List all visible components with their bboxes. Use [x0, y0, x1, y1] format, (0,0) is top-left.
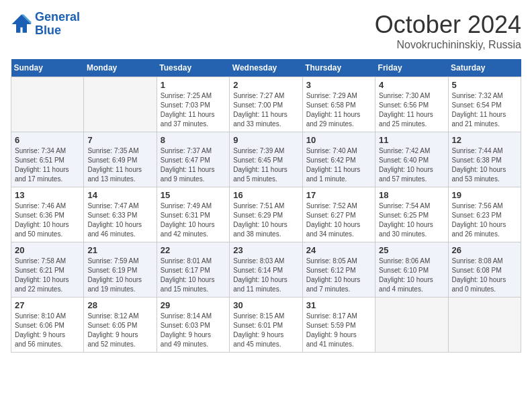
weekday-header: Sunday — [11, 59, 84, 77]
day-detail: Sunrise: 7:37 AM Sunset: 6:47 PM Dayligh… — [161, 146, 226, 184]
day-detail: Sunrise: 7:47 AM Sunset: 6:33 PM Dayligh… — [87, 201, 152, 239]
day-detail: Sunrise: 8:17 AM Sunset: 5:59 PM Dayligh… — [306, 312, 371, 349]
calendar-cell: 13Sunrise: 7:46 AM Sunset: 6:36 PM Dayli… — [11, 187, 84, 242]
calendar-cell: 25Sunrise: 8:06 AM Sunset: 6:10 PM Dayli… — [375, 242, 448, 298]
calendar-table: SundayMondayTuesdayWednesdayThursdayFrid… — [11, 59, 521, 353]
day-detail: Sunrise: 7:34 AM Sunset: 6:51 PM Dayligh… — [15, 146, 80, 184]
day-number: 16 — [233, 190, 298, 200]
day-number: 24 — [306, 245, 371, 255]
calendar-cell: 1Sunrise: 7:25 AM Sunset: 7:03 PM Daylig… — [157, 77, 229, 132]
day-number: 3 — [306, 80, 371, 90]
calendar-week-row: 20Sunrise: 7:58 AM Sunset: 6:21 PM Dayli… — [11, 242, 521, 298]
calendar-cell: 4Sunrise: 7:30 AM Sunset: 6:56 PM Daylig… — [375, 77, 448, 132]
day-detail: Sunrise: 7:54 AM Sunset: 6:25 PM Dayligh… — [379, 201, 444, 239]
weekday-header-row: SundayMondayTuesdayWednesdayThursdayFrid… — [11, 59, 521, 77]
day-detail: Sunrise: 8:03 AM Sunset: 6:14 PM Dayligh… — [233, 257, 298, 294]
calendar-cell — [448, 298, 521, 353]
day-detail: Sunrise: 7:40 AM Sunset: 6:42 PM Dayligh… — [306, 146, 371, 184]
day-detail: Sunrise: 8:12 AM Sunset: 6:05 PM Dayligh… — [87, 312, 152, 349]
day-number: 30 — [233, 300, 298, 310]
calendar-week-row: 13Sunrise: 7:46 AM Sunset: 6:36 PM Dayli… — [11, 187, 521, 242]
day-detail: Sunrise: 7:32 AM Sunset: 6:54 PM Dayligh… — [452, 91, 517, 129]
day-detail: Sunrise: 7:44 AM Sunset: 6:38 PM Dayligh… — [452, 146, 517, 184]
calendar-cell — [11, 77, 84, 132]
calendar-cell: 10Sunrise: 7:40 AM Sunset: 6:42 PM Dayli… — [302, 132, 375, 187]
day-number: 23 — [233, 245, 298, 255]
weekday-header: Thursday — [302, 59, 375, 77]
calendar-cell: 7Sunrise: 7:35 AM Sunset: 6:49 PM Daylig… — [84, 132, 157, 187]
day-number: 5 — [452, 80, 517, 90]
day-detail: Sunrise: 7:42 AM Sunset: 6:40 PM Dayligh… — [379, 146, 444, 184]
weekday-header: Wednesday — [230, 59, 302, 77]
day-number: 1 — [161, 80, 226, 90]
day-number: 14 — [87, 190, 152, 200]
day-number: 21 — [87, 245, 152, 255]
calendar-cell: 17Sunrise: 7:52 AM Sunset: 6:27 PM Dayli… — [302, 187, 375, 242]
day-number: 12 — [452, 135, 517, 145]
calendar-cell: 28Sunrise: 8:12 AM Sunset: 6:05 PM Dayli… — [84, 298, 157, 353]
calendar-cell: 3Sunrise: 7:29 AM Sunset: 6:58 PM Daylig… — [302, 77, 375, 132]
day-number: 4 — [379, 80, 444, 90]
weekday-header: Tuesday — [157, 59, 229, 77]
day-number: 25 — [379, 245, 444, 255]
calendar-cell: 19Sunrise: 7:56 AM Sunset: 6:23 PM Dayli… — [448, 187, 521, 242]
day-detail: Sunrise: 7:30 AM Sunset: 6:56 PM Dayligh… — [379, 91, 444, 129]
calendar-cell: 15Sunrise: 7:49 AM Sunset: 6:31 PM Dayli… — [157, 187, 229, 242]
calendar-cell: 21Sunrise: 7:59 AM Sunset: 6:19 PM Dayli… — [84, 242, 157, 298]
day-detail: Sunrise: 7:49 AM Sunset: 6:31 PM Dayligh… — [161, 201, 226, 239]
logo-text-blue: Blue — [35, 24, 80, 38]
calendar-week-row: 6Sunrise: 7:34 AM Sunset: 6:51 PM Daylig… — [11, 132, 521, 187]
day-number: 2 — [233, 80, 298, 90]
calendar-cell: 9Sunrise: 7:39 AM Sunset: 6:45 PM Daylig… — [230, 132, 302, 187]
calendar-cell: 30Sunrise: 8:15 AM Sunset: 6:01 PM Dayli… — [230, 298, 302, 353]
day-detail: Sunrise: 7:35 AM Sunset: 6:49 PM Dayligh… — [87, 146, 152, 184]
day-number: 17 — [306, 190, 371, 200]
calendar-cell: 31Sunrise: 8:17 AM Sunset: 5:59 PM Dayli… — [302, 298, 375, 353]
calendar-cell: 27Sunrise: 8:10 AM Sunset: 6:06 PM Dayli… — [11, 298, 84, 353]
day-detail: Sunrise: 8:08 AM Sunset: 6:08 PM Dayligh… — [452, 257, 517, 294]
day-number: 10 — [306, 135, 371, 145]
calendar-cell — [84, 77, 157, 132]
calendar-cell: 8Sunrise: 7:37 AM Sunset: 6:47 PM Daylig… — [157, 132, 229, 187]
day-number: 13 — [15, 190, 80, 200]
calendar-cell — [375, 298, 448, 353]
calendar-cell: 11Sunrise: 7:42 AM Sunset: 6:40 PM Dayli… — [375, 132, 448, 187]
day-number: 29 — [161, 300, 226, 310]
calendar-cell: 20Sunrise: 7:58 AM Sunset: 6:21 PM Dayli… — [11, 242, 84, 298]
day-detail: Sunrise: 7:27 AM Sunset: 7:00 PM Dayligh… — [233, 91, 298, 129]
day-detail: Sunrise: 7:25 AM Sunset: 7:03 PM Dayligh… — [161, 91, 226, 129]
calendar-cell: 23Sunrise: 8:03 AM Sunset: 6:14 PM Dayli… — [230, 242, 302, 298]
day-detail: Sunrise: 8:15 AM Sunset: 6:01 PM Dayligh… — [233, 312, 298, 349]
day-detail: Sunrise: 7:51 AM Sunset: 6:29 PM Dayligh… — [233, 201, 298, 239]
calendar-cell: 18Sunrise: 7:54 AM Sunset: 6:25 PM Dayli… — [375, 187, 448, 242]
calendar-cell: 26Sunrise: 8:08 AM Sunset: 6:08 PM Dayli… — [448, 242, 521, 298]
calendar-cell: 5Sunrise: 7:32 AM Sunset: 6:54 PM Daylig… — [448, 77, 521, 132]
day-number: 22 — [161, 245, 226, 255]
calendar-cell: 12Sunrise: 7:44 AM Sunset: 6:38 PM Dayli… — [448, 132, 521, 187]
day-number: 7 — [87, 135, 152, 145]
day-number: 20 — [15, 245, 80, 255]
day-detail: Sunrise: 7:29 AM Sunset: 6:58 PM Dayligh… — [306, 91, 371, 129]
day-number: 28 — [87, 300, 152, 310]
calendar-week-row: 1Sunrise: 7:25 AM Sunset: 7:03 PM Daylig… — [11, 77, 521, 132]
day-number: 8 — [161, 135, 226, 145]
calendar-cell: 14Sunrise: 7:47 AM Sunset: 6:33 PM Dayli… — [84, 187, 157, 242]
day-detail: Sunrise: 7:52 AM Sunset: 6:27 PM Dayligh… — [306, 201, 371, 239]
day-number: 9 — [233, 135, 298, 145]
page-header: General Blue October 2024 Novokruchinins… — [11, 11, 521, 51]
month-title: October 2024 — [375, 11, 521, 39]
weekday-header: Friday — [375, 59, 448, 77]
calendar-cell: 22Sunrise: 8:01 AM Sunset: 6:17 PM Dayli… — [157, 242, 229, 298]
day-detail: Sunrise: 7:58 AM Sunset: 6:21 PM Dayligh… — [15, 257, 80, 294]
day-detail: Sunrise: 8:05 AM Sunset: 6:12 PM Dayligh… — [306, 257, 371, 294]
svg-marker-0 — [12, 14, 32, 32]
day-number: 27 — [15, 300, 80, 310]
day-number: 26 — [452, 245, 517, 255]
logo-text-general: General — [35, 11, 80, 24]
weekday-header: Saturday — [448, 59, 521, 77]
day-number: 6 — [15, 135, 80, 145]
day-number: 11 — [379, 135, 444, 145]
calendar-cell: 6Sunrise: 7:34 AM Sunset: 6:51 PM Daylig… — [11, 132, 84, 187]
calendar-cell: 16Sunrise: 7:51 AM Sunset: 6:29 PM Dayli… — [230, 187, 302, 242]
day-detail: Sunrise: 7:39 AM Sunset: 6:45 PM Dayligh… — [233, 146, 298, 184]
